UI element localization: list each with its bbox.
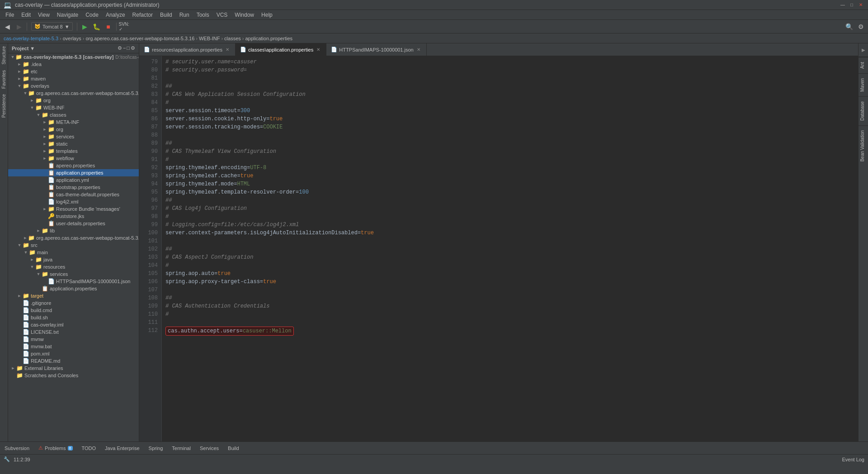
svn-update[interactable]: SVN: ✓ [119, 21, 130, 32]
menu-refactor[interactable]: Refactor [129, 11, 156, 19]
bean-validation-tab[interactable]: Bean Validation [859, 125, 868, 166]
tab-https-json[interactable]: 📄 HTTPSandIMAPS-10000001.json ✕ [326, 43, 426, 56]
tree-item[interactable]: 📋application.properties [8, 285, 139, 292]
menu-tools[interactable]: Tools [193, 11, 213, 19]
tree-item[interactable]: ►📁.idea [8, 61, 139, 68]
bottom-tab-build[interactable]: Build [223, 442, 243, 454]
close-button[interactable]: ✕ [857, 2, 864, 8]
tree-item[interactable]: 📄README.md [8, 357, 139, 365]
menu-file[interactable]: File [2, 11, 18, 19]
tree-item[interactable]: ►📁etc [8, 68, 139, 75]
bottom-tab-terminal[interactable]: Terminal [167, 442, 195, 454]
tab-classes-application[interactable]: 📄 classes\application.properties ✕ [236, 43, 326, 56]
maximize-button[interactable]: □ [848, 2, 855, 8]
project-gear-icon[interactable]: ⚙ [131, 45, 135, 51]
menu-window[interactable]: Window [231, 11, 258, 19]
tree-item[interactable]: ►📁webflow [8, 155, 139, 162]
tree-item[interactable]: ▼📁classes [8, 111, 139, 118]
bottom-tab-subversion[interactable]: Subversion [0, 442, 34, 454]
tree-item[interactable]: ▼📁main [8, 249, 139, 256]
tree-item[interactable]: 📋bootstrap.properties [8, 184, 139, 191]
tab-close-1[interactable]: ✕ [224, 47, 231, 53]
menu-analyze[interactable]: Analyze [102, 11, 129, 19]
tree-item[interactable]: ►📁Resource Bundle 'messages' [8, 205, 139, 213]
menu-edit[interactable]: Edit [18, 11, 34, 19]
tree-item[interactable]: 📋application.properties [8, 169, 139, 176]
ant-tab[interactable]: Ant [859, 57, 868, 73]
tree-item[interactable]: 📄application.yml [8, 176, 139, 184]
maven-tab[interactable]: Maven [859, 73, 868, 96]
tree-item[interactable]: ▼📁org.apereo.cas.cas-server-webapp-tomca… [8, 90, 139, 97]
tree-item[interactable]: ▼📁src [8, 242, 139, 249]
tree-item[interactable]: 📄build.cmd [8, 307, 139, 314]
project-collapse-icon[interactable]: − [123, 45, 126, 51]
breadcrumb-item-2[interactable]: overlays [63, 36, 81, 41]
tree-item[interactable]: ►📁templates [8, 147, 139, 155]
tree-item[interactable]: 📋user-details.properties [8, 220, 139, 227]
tree-item[interactable]: 📄pom.xml [8, 350, 139, 357]
bottom-tab-todo[interactable]: TODO [77, 442, 101, 454]
tree-item[interactable]: 📄build.sh [8, 314, 139, 321]
menu-navigate[interactable]: Navigate [53, 11, 82, 19]
tree-item[interactable]: ►📁services [8, 133, 139, 140]
tree-item[interactable]: ►📁target [8, 292, 139, 299]
menu-help[interactable]: Help [258, 11, 276, 19]
menu-build[interactable]: Build [156, 11, 176, 19]
tab-close-2[interactable]: ✕ [315, 47, 321, 53]
tree-item[interactable]: ►📁maven [8, 75, 139, 82]
tree-item[interactable]: 📄LICENSE.txt [8, 328, 139, 336]
tree-item[interactable]: 📋cas-theme-default.properties [8, 191, 139, 198]
tree-item[interactable]: ►📁java [8, 256, 139, 263]
tree-item[interactable]: 📄mvnw.bat [8, 343, 139, 350]
tree-item[interactable]: ▼📁overlays [8, 82, 139, 90]
breadcrumb-item-6[interactable]: application.properties [245, 36, 292, 41]
bottom-tab-java-enterprise[interactable]: Java Enterprise [100, 442, 144, 454]
breadcrumb-item-3[interactable]: org.apereo.cas.cas-server-webapp-tomcat-… [85, 36, 194, 41]
database-tab[interactable]: Database [859, 96, 868, 125]
project-settings-icon[interactable]: ⚙ [118, 45, 122, 51]
debug-button[interactable]: 🐛 [91, 21, 102, 32]
breadcrumb-item-4[interactable]: WEB-INF [199, 36, 220, 41]
breadcrumb-item-5[interactable]: classes [224, 36, 241, 41]
project-expand-icon[interactable]: □ [127, 45, 130, 51]
menu-run[interactable]: Run [176, 11, 193, 19]
bottom-tab-problems[interactable]: ⚠ Problems 8 [34, 442, 77, 454]
run-button[interactable]: ▶ [80, 21, 90, 32]
tab-resources-application[interactable]: 📄 resources\application.properties ✕ [139, 43, 236, 56]
tree-item[interactable]: 📋apereo.properties [8, 162, 139, 169]
minimize-button[interactable]: — [839, 2, 846, 8]
tree-item[interactable]: ►📁org [8, 97, 139, 104]
tree-item[interactable]: 📄HTTPSandIMAPS-10000001.json [8, 278, 139, 285]
tree-item[interactable]: 📁Scratches and Consoles [8, 372, 139, 379]
tree-item[interactable]: ▼📁services [8, 270, 139, 278]
menu-view[interactable]: View [34, 11, 53, 19]
tree-item[interactable]: ►📁org.apereo.cas.cas-server-webapp-tomca… [8, 234, 139, 242]
tree-item[interactable]: ►📁org [8, 126, 139, 133]
event-log-link[interactable]: Event Log [842, 457, 864, 462]
favorites-tab[interactable]: Favorites [0, 67, 7, 91]
tree-item[interactable]: ►📁static [8, 140, 139, 147]
tree-item[interactable]: 📄.gitignore [8, 299, 139, 307]
tree-item[interactable]: ►📁External Libraries [8, 365, 139, 372]
toolbar-forward[interactable]: ▶ [14, 21, 24, 32]
structure-tab[interactable]: Structure [0, 43, 7, 67]
tree-item[interactable]: ►📁META-INF [8, 118, 139, 126]
breadcrumb-item-1[interactable]: cas-overlay-template-5.3 [4, 36, 58, 41]
toolbar-back[interactable]: ◀ [2, 21, 13, 32]
settings-button[interactable]: ⚙ [855, 21, 866, 32]
tab-close-3[interactable]: ✕ [415, 47, 422, 53]
code-content[interactable]: # security.user.name=casuser# security.u… [162, 56, 858, 441]
tree-item[interactable]: ►📁lib [8, 227, 139, 234]
menu-code[interactable]: Code [82, 11, 102, 19]
stop-button[interactable]: ■ [103, 21, 114, 32]
tree-item[interactable]: 📄cas-overlay.iml [8, 321, 139, 328]
tree-item[interactable]: 📄log4j2.xml [8, 198, 139, 205]
tree-item[interactable]: ▼📁cas-overlay-template-5.3 [cas-overlay]… [8, 53, 139, 61]
tomcat-selector[interactable]: 🐱 Tomcat 8 ▼ [31, 22, 73, 31]
tree-item[interactable]: 📄mvnw [8, 336, 139, 343]
tree-item[interactable]: ▼📁WEB-INF [8, 104, 139, 111]
tree-item[interactable]: ▼📁resources [8, 263, 139, 270]
persistence-tab[interactable]: Persistence [0, 91, 7, 120]
bottom-tab-spring[interactable]: Spring [144, 442, 168, 454]
tree-item[interactable]: 🔑truststore.jks [8, 213, 139, 220]
